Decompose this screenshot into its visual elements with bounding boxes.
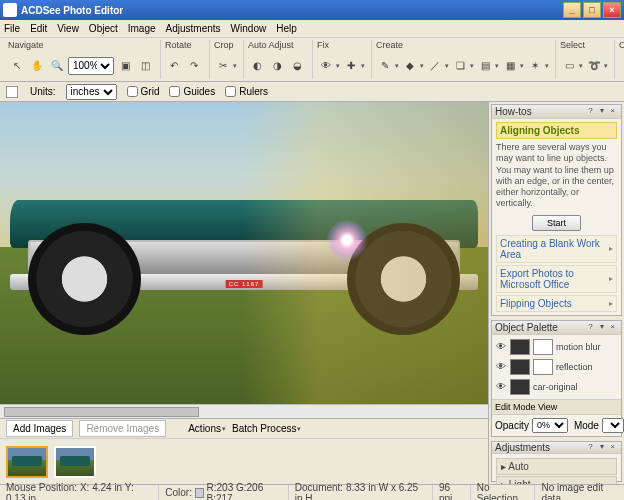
group-fix: Fix 👁▾ ✚▾ [312, 40, 369, 79]
horizontal-scrollbar[interactable] [0, 404, 488, 418]
panel-help-icon[interactable]: ? [585, 322, 596, 333]
menu-view[interactable]: View [57, 23, 79, 34]
panel-close-icon[interactable]: × [607, 442, 618, 453]
status-document: Document: 8.33 in W x 6.25 in H [289, 485, 433, 500]
panel-close-icon[interactable]: × [607, 106, 618, 117]
auto-color-icon[interactable]: ◑ [268, 57, 286, 75]
image-tray: Add Images Remove Images Actions▾ Batch … [0, 418, 488, 484]
howto-link-3[interactable]: Flipping Objects▸ [496, 295, 617, 312]
heal-icon[interactable]: ✚ [342, 57, 360, 75]
howto-link-2[interactable]: Export Photos to Microsoft Office▸ [496, 265, 617, 293]
menu-object[interactable]: Object [89, 23, 118, 34]
panel-help-icon[interactable]: ? [585, 442, 596, 453]
layer-mask-thumb [533, 359, 553, 375]
canvas-wrap: CC 1167 Add Images Remove Images Actions… [0, 102, 488, 484]
options-toggle-icon[interactable] [6, 86, 18, 98]
howto-link-1[interactable]: Creating a Blank Work Area▸ [496, 235, 617, 263]
status-selection: No Selection [471, 485, 536, 500]
gradient-icon[interactable]: ▤ [476, 57, 494, 75]
group-crop: Crop ✂▾ [209, 40, 241, 79]
layer-row[interactable]: 👁 car-original [495, 377, 618, 397]
actual-size-icon[interactable]: ◫ [136, 57, 154, 75]
opacity-select[interactable]: 0% [532, 418, 568, 433]
menu-file[interactable]: File [4, 23, 20, 34]
layer-mask-thumb [533, 339, 553, 355]
close-button[interactable]: × [603, 2, 621, 18]
status-mouse: Mouse Position: X: 4.24 in Y: 0.13 in [0, 485, 159, 500]
redeye-icon[interactable]: 👁 [317, 57, 335, 75]
marquee-icon[interactable]: ▭ [560, 57, 578, 75]
howtos-panel: How-tos ? ▾ × Aligning Objects There are… [491, 104, 622, 316]
panel-menu-icon[interactable]: ▾ [596, 322, 607, 333]
menu-edit[interactable]: Edit [30, 23, 47, 34]
adjustments-panel: Adjustments ? ▾ × ▸ Auto ▸ Light ▸ Color… [491, 441, 622, 483]
hand-tool-icon[interactable]: ✋ [28, 57, 46, 75]
edit-mode-header: Edit Mode View [492, 399, 621, 415]
titlebar: ACDSee Photo Editor _ □ × [0, 0, 624, 20]
canvas[interactable]: CC 1167 [0, 102, 488, 404]
panel-help-icon[interactable]: ? [585, 106, 596, 117]
group-create: Create ✎▾ ◆▾ ／▾ ❏▾ ▤▾ ▦▾ ✶▾ [371, 40, 553, 79]
layer-row[interactable]: 👁 motion blur [495, 337, 618, 357]
zoom-select[interactable]: 100% [68, 57, 114, 75]
auto-contrast-icon[interactable]: ◒ [288, 57, 306, 75]
visibility-toggle-icon[interactable]: 👁 [495, 341, 507, 352]
rotate-right-icon[interactable]: ↷ [185, 57, 203, 75]
panel-menu-icon[interactable]: ▾ [596, 106, 607, 117]
batch-process-menu[interactable]: Batch Process▾ [232, 423, 301, 434]
stamp-icon[interactable]: ❏ [451, 57, 469, 75]
status-editdata: No image edit data [535, 485, 624, 500]
panel-close-icon[interactable]: × [607, 322, 618, 333]
panel-menu-icon[interactable]: ▾ [596, 442, 607, 453]
brush-icon[interactable]: ✎ [376, 57, 394, 75]
visibility-toggle-icon[interactable]: 👁 [495, 361, 507, 372]
group-select: Select ▭▾ ➰▾ [555, 40, 612, 79]
fit-screen-icon[interactable]: ▣ [116, 57, 134, 75]
grid-checkbox[interactable]: Grid [127, 86, 160, 97]
thumbnail-2[interactable] [54, 446, 96, 478]
menubar: File Edit View Object Image Adjustments … [0, 20, 624, 38]
eyedropper-icon[interactable]: 💧 [619, 55, 624, 77]
menu-window[interactable]: Window [231, 23, 267, 34]
maximize-button[interactable]: □ [583, 2, 601, 18]
auto-levels-icon[interactable]: ◐ [248, 57, 266, 75]
howto-active[interactable]: Aligning Objects [496, 122, 617, 139]
units-select[interactable]: inches [66, 84, 117, 100]
status-ppi: 96 ppi [433, 485, 471, 500]
group-rotate: Rotate ↶ ↷ [160, 40, 207, 79]
adjustments-title: Adjustments [495, 442, 550, 453]
fill-icon[interactable]: ▦ [501, 57, 519, 75]
document-image: CC 1167 [0, 102, 488, 404]
shape-icon[interactable]: ◆ [401, 57, 419, 75]
lasso-icon[interactable]: ➰ [585, 57, 603, 75]
layer-row[interactable]: 👁 reflection [495, 357, 618, 377]
zoom-tool-icon[interactable]: 🔍 [48, 57, 66, 75]
menu-help[interactable]: Help [276, 23, 297, 34]
app-title: ACDSee Photo Editor [21, 5, 123, 16]
visibility-toggle-icon[interactable]: 👁 [495, 381, 507, 392]
mode-select[interactable] [602, 418, 624, 433]
status-color: Color: R:203 G:206 B:217 [159, 485, 289, 500]
thumbnail-1[interactable] [6, 446, 48, 478]
remove-images-button[interactable]: Remove Images [79, 420, 166, 437]
effects-icon[interactable]: ✶ [526, 57, 544, 75]
main-area: CC 1167 Add Images Remove Images Actions… [0, 102, 624, 484]
pointer-tool-icon[interactable]: ↖ [8, 57, 26, 75]
howto-start-button[interactable]: Start [532, 215, 581, 231]
line-icon[interactable]: ／ [426, 57, 444, 75]
add-images-button[interactable]: Add Images [6, 420, 73, 437]
menu-image[interactable]: Image [128, 23, 156, 34]
guides-checkbox[interactable]: Guides [169, 86, 215, 97]
app-icon [3, 3, 17, 17]
crop-tool-icon[interactable]: ✂ [214, 57, 232, 75]
layer-thumb [510, 339, 530, 355]
adjust-auto[interactable]: ▸ Auto [496, 458, 617, 475]
actions-menu[interactable]: Actions▾ [188, 423, 226, 434]
menu-adjustments[interactable]: Adjustments [166, 23, 221, 34]
mode-label: Mode [574, 420, 599, 431]
minimize-button[interactable]: _ [563, 2, 581, 18]
rotate-left-icon[interactable]: ↶ [165, 57, 183, 75]
rulers-checkbox[interactable]: Rulers [225, 86, 268, 97]
group-autoadjust: Auto Adjust ◐ ◑ ◒ [243, 40, 310, 79]
right-panels: How-tos ? ▾ × Aligning Objects There are… [488, 102, 624, 484]
